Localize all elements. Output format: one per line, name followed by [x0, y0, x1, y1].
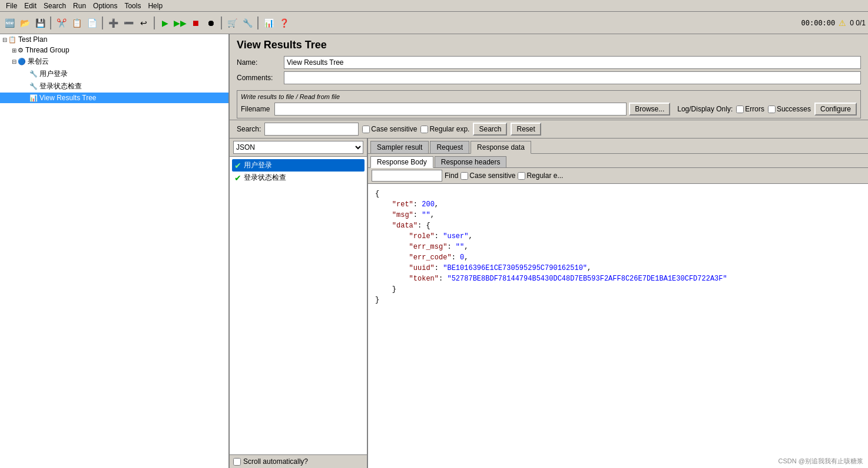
tree-item-test-plan[interactable]: ⊟ 📋 Test Plan: [0, 34, 228, 45]
open-button[interactable]: 📂: [18, 16, 32, 30]
new-button[interactable]: 🆕: [2, 16, 16, 30]
shutdown-button[interactable]: ⏺: [204, 16, 218, 30]
menu-edit[interactable]: Edit: [21, 1, 40, 11]
panel-title: View Results Tree: [230, 34, 868, 54]
tree-label-login-status: 登录状态检查: [39, 81, 82, 91]
tab-sampler-result[interactable]: Sampler result: [370, 141, 429, 153]
sep-3: [154, 17, 155, 29]
format-select[interactable]: Text RegExp Tester CSS/JQuery Tester XPa…: [233, 141, 363, 154]
reset-search-button[interactable]: Reset: [511, 123, 541, 136]
tree-icon-guochuang-yun: 🔵: [18, 58, 26, 65]
log-display-label: Log/Display Only:: [677, 105, 733, 113]
find-regular-exp-label[interactable]: Regular e...: [518, 172, 563, 180]
file-row: Filename Browse... Log/Display Only: Err…: [241, 103, 857, 116]
tree-item-view-results-tree[interactable]: 📊 View Results Tree: [0, 93, 228, 103]
menu-search[interactable]: Search: [40, 1, 69, 11]
successes-checkbox[interactable]: [768, 106, 776, 113]
result-label-user-login: 用户登录: [244, 160, 272, 170]
tabs-row: Sampler result Request Response data: [368, 139, 868, 154]
filename-label: Filename: [241, 105, 270, 113]
expand-icon-test-plan[interactable]: ⊟: [2, 37, 7, 43]
find-case-sensitive-checkbox[interactable]: [460, 172, 468, 180]
form-area: Name: Comments:: [230, 54, 868, 89]
search-label: Search:: [237, 125, 261, 133]
result-label-login-status: 登录状态检查: [244, 173, 286, 183]
start-button[interactable]: ▶: [158, 16, 172, 30]
result-item-login-status[interactable]: ✔ 登录状态检查: [232, 172, 365, 184]
save-button[interactable]: 💾: [33, 16, 47, 30]
add-button[interactable]: ➕: [106, 16, 120, 30]
expand-icon-guochuang-yun[interactable]: ⊟: [12, 58, 16, 65]
sub-tab-response-headers[interactable]: Response headers: [435, 156, 507, 167]
tree-label-view-results-tree: View Results Tree: [39, 94, 97, 102]
errors-checkbox[interactable]: [736, 106, 744, 113]
menu-file[interactable]: File: [2, 1, 21, 11]
scroll-auto-label: Scroll automatically?: [243, 457, 308, 466]
sub-tabs-row: Response Body Response headers: [368, 154, 868, 168]
find-input[interactable]: [372, 170, 442, 182]
tree-item-user-login[interactable]: 🔧 用户登录: [0, 68, 228, 80]
configure-button[interactable]: Configure: [814, 103, 857, 116]
tab-request[interactable]: Request: [430, 141, 469, 153]
tree-label-guochuang-yun: 果创云: [28, 57, 49, 67]
sep-1: [50, 17, 51, 29]
toolbar: 🆕 📂 💾 ✂️ 📋 📄 ➕ ➖ ↩ ▶ ▶▶ ⏹ ⏺ 🛒 🔧 📊 ❓ 00:0…: [0, 12, 868, 34]
tree-icon-login-status: 🔧: [29, 83, 38, 90]
errors-checkbox-label[interactable]: Errors: [736, 105, 764, 113]
sep-4: [221, 17, 222, 29]
regular-exp-checkbox[interactable]: [420, 126, 428, 133]
name-row: Name:: [237, 56, 861, 69]
search-button[interactable]: Search: [473, 123, 507, 136]
result-check-user-login: ✔: [234, 161, 241, 170]
paste-button[interactable]: 📄: [85, 16, 99, 30]
reset-button[interactable]: ↩: [137, 16, 151, 30]
warning-icon: ⚠: [839, 18, 846, 28]
search-input[interactable]: [264, 123, 359, 136]
menu-help[interactable]: Help: [144, 1, 166, 11]
tree-item-guochuang-yun[interactable]: ⊟ 🔵 果创云: [0, 55, 228, 68]
copy-button[interactable]: 📋: [69, 16, 84, 30]
case-sensitive-checkbox[interactable]: [362, 126, 370, 133]
menu-run[interactable]: Run: [69, 1, 90, 11]
tree-item-thread-group[interactable]: ⊞ ⚙ Thread Group: [0, 45, 228, 55]
find-case-sensitive-label[interactable]: Case sensitive: [460, 172, 515, 180]
expand-icon-thread-group[interactable]: ⊞: [12, 47, 16, 54]
log-display-area: Log/Display Only: Errors Successes Confi…: [677, 103, 857, 116]
find-regular-exp-checkbox[interactable]: [518, 172, 525, 180]
comments-row: Comments:: [237, 71, 861, 84]
successes-label: Successes: [777, 105, 811, 113]
tree-label-user-login: 用户登录: [39, 69, 68, 79]
scroll-auto-checkbox[interactable]: [233, 458, 241, 466]
search-bar: Search: Case sensitive Regular exp. Sear…: [230, 120, 868, 138]
counts-display: 0 0/1: [850, 19, 866, 27]
successes-checkbox-label[interactable]: Successes: [768, 105, 811, 113]
start-no-pause-button[interactable]: ▶▶: [173, 16, 187, 30]
response-body: { "ret": 200, "msg": "", "data": { "role…: [368, 184, 868, 468]
find-regular-exp-text: Regular e...: [526, 172, 563, 180]
main-layout: ⊟ 📋 Test Plan ⊞ ⚙ Thread Group ⊟ 🔵 果创云 🔧…: [0, 34, 868, 468]
name-label: Name:: [237, 58, 284, 67]
name-input[interactable]: [284, 56, 861, 69]
sub-tab-response-body[interactable]: Response Body: [370, 156, 433, 168]
browse-button[interactable]: Browse...: [629, 103, 670, 116]
comments-label: Comments:: [237, 74, 284, 82]
tab-response-data[interactable]: Response data: [471, 141, 531, 154]
menu-options[interactable]: Options: [90, 1, 121, 11]
log-view-button[interactable]: 📊: [261, 16, 276, 30]
result-item-user-login[interactable]: ✔ 用户登录: [232, 159, 365, 172]
help-button[interactable]: ❓: [277, 16, 291, 30]
remote-button[interactable]: 🛒: [225, 16, 239, 30]
stop-button[interactable]: ⏹: [188, 16, 203, 30]
cut-button[interactable]: ✂️: [54, 16, 68, 30]
sep-2: [102, 17, 103, 29]
regular-exp-label[interactable]: Regular exp.: [420, 125, 469, 133]
template-button[interactable]: 🔧: [240, 16, 254, 30]
right-panel: View Results Tree Name: Comments: Write …: [230, 34, 868, 468]
tree-item-login-status[interactable]: 🔧 登录状态检查: [0, 80, 228, 93]
menu-tools[interactable]: Tools: [121, 1, 144, 11]
filename-input[interactable]: [274, 103, 627, 116]
find-case-sensitive-text: Case sensitive: [469, 172, 515, 180]
case-sensitive-label[interactable]: Case sensitive: [362, 125, 417, 133]
remove-button[interactable]: ➖: [121, 16, 135, 30]
comments-input[interactable]: [284, 71, 861, 84]
